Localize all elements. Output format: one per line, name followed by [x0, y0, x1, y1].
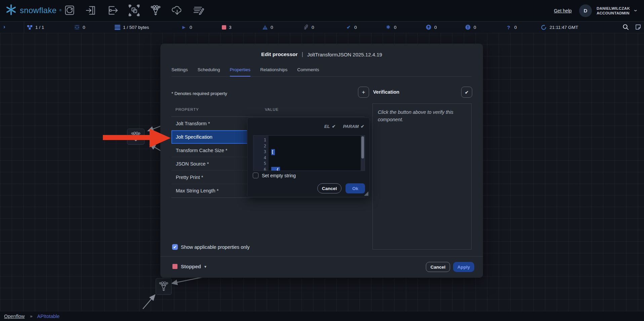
add-property-button[interactable]: + — [358, 87, 369, 98]
line-number: 5 — [253, 161, 266, 167]
tab-properties[interactable]: Properties — [230, 67, 251, 76]
queued-count: 1 / 507 bytes — [123, 25, 149, 30]
dialog-apply-button[interactable]: Apply — [453, 262, 474, 272]
username: DANIELWILCZAK — [597, 6, 630, 11]
funnel-icon[interactable] — [149, 4, 162, 17]
locally-modified-icon: ✱ — [385, 24, 391, 30]
dialog-tabs: Settings Scheduling Properties Relations… — [171, 67, 472, 77]
param-label: PARAM — [343, 124, 359, 129]
active-threads-count: 0 — [83, 25, 85, 30]
status-separator — [24, 21, 24, 33]
parameter-cloud-icon[interactable] — [170, 4, 184, 17]
processor-version: JoltTransformJSON 2025.12.4.19 — [307, 52, 382, 57]
status-running: ▶ 0 — [181, 21, 192, 33]
set-empty-string-checkbox[interactable] — [253, 173, 258, 178]
openflow-app: snowflake ® — [0, 0, 644, 321]
funnel-component[interactable] — [156, 278, 172, 295]
account-names: DANIELWILCZAK ACCOUNTADMIN — [597, 6, 630, 15]
input-port-icon[interactable] — [84, 4, 98, 17]
snowflake-logo: snowflake ® — [5, 4, 62, 17]
status-queued: 1 / 507 bytes — [114, 21, 149, 33]
stopped-status-label: Stopped — [181, 264, 201, 269]
unknown-version-icon: ? — [506, 24, 512, 30]
line-number: 4 — [253, 155, 266, 161]
unknown-version-count: 0 — [514, 25, 517, 30]
editor-cancel-button[interactable]: Cancel — [317, 183, 341, 193]
status-sync-failure: 0 — [465, 21, 476, 33]
component-toolbar — [63, 4, 205, 17]
stopped-status-icon — [172, 264, 177, 269]
editor-scrollbar[interactable] — [361, 136, 365, 171]
tab-scheduling[interactable]: Scheduling — [198, 67, 220, 76]
active-threads-icon — [74, 24, 80, 30]
refresh-icon[interactable] — [540, 24, 547, 30]
funnel-component[interactable] — [127, 129, 145, 145]
status-invalid: 0 — [262, 21, 273, 33]
editor-ok-button[interactable]: Ok — [346, 183, 365, 193]
verification-title: Verification — [373, 89, 399, 95]
breadcrumb: Openflow » APItotable — [0, 311, 644, 321]
locally-modified-count: 0 — [394, 25, 397, 30]
top-header-bar: snowflake ® — [0, 0, 644, 21]
account-area: Get help D DANIELWILCZAK ACCOUNTADMIN › — [554, 0, 637, 21]
note-icon[interactable] — [635, 24, 641, 31]
dialog-cancel-button[interactable]: Cancel — [426, 262, 450, 272]
stale-count: 0 — [434, 25, 437, 30]
processor-icon[interactable] — [63, 4, 76, 17]
queued-icon — [114, 24, 120, 30]
funnel-icon — [130, 131, 142, 143]
value-column-header: VALUE — [265, 107, 279, 111]
show-applicable-label[interactable]: Show applicable properties only — [181, 244, 250, 250]
output-port-icon[interactable] — [106, 4, 119, 17]
breadcrumb-root-link[interactable]: Openflow — [4, 314, 25, 319]
tab-comments[interactable]: Comments — [297, 67, 319, 76]
sync-failure-icon — [465, 24, 471, 30]
flow-status-bar: › 1 / 1 0 1 / 507 bytes ▶ 0 3 — [0, 21, 644, 33]
process-group-icon[interactable] — [127, 4, 141, 17]
line-number: 2 — [253, 143, 266, 149]
code-line: [ — [271, 149, 275, 155]
status-up-to-date: ✔ 0 — [346, 21, 357, 33]
code-content[interactable]: [ { "operation": "shift", "spec": { "@":… — [269, 136, 361, 171]
status-stale: 0 — [426, 21, 437, 33]
snowflake-icon — [5, 4, 17, 17]
expand-chevron-icon[interactable]: › — [3, 24, 5, 30]
code-editor[interactable]: 1 2 3 4 5 6 [ { "operation": "shift", "s… — [253, 135, 365, 171]
avatar[interactable]: D — [579, 4, 592, 17]
set-empty-string-label[interactable]: Set empty string — [262, 173, 296, 178]
stopped-icon — [222, 25, 226, 30]
status-unknown-version: ? 0 — [506, 21, 517, 33]
search-icon[interactable] — [622, 24, 629, 32]
property-column-header: PROPERTY — [175, 107, 199, 111]
breadcrumb-current-link[interactable]: APItotable — [37, 314, 60, 319]
run-status-dropdown[interactable]: Stopped ▾ — [172, 264, 206, 269]
get-help-link[interactable]: Get help — [554, 8, 572, 13]
dialog-title: Edit processor — [261, 51, 298, 57]
sync-failure-count: 0 — [474, 25, 476, 30]
up-to-date-count: 0 — [354, 25, 357, 30]
role: ACCOUNTADMIN — [597, 11, 630, 15]
refresh-time: 21:11:47 GMT — [550, 25, 578, 30]
up-to-date-icon: ✔ — [346, 24, 352, 30]
label-icon[interactable] — [192, 4, 205, 17]
show-applicable-checkbox[interactable]: ✔ — [172, 244, 178, 250]
line-number: 3 — [253, 149, 266, 155]
line-number: 6 — [253, 167, 266, 171]
resize-handle[interactable] — [364, 191, 368, 196]
invalid-count: 0 — [271, 25, 273, 30]
required-property-note: * Denotes required property — [171, 91, 227, 96]
line-number-gutter: 1 2 3 4 5 6 — [253, 136, 269, 171]
value-editor-popup: EL✔ PARAM✔ 1 2 3 4 5 6 [ { — [247, 118, 370, 197]
account-chevron-down-icon[interactable]: › — [632, 10, 639, 12]
cluster-icon — [27, 24, 33, 30]
running-count: 0 — [190, 25, 192, 30]
el-flag: EL✔ — [324, 124, 336, 129]
scrollbar-thumb[interactable] — [361, 136, 364, 158]
show-applicable-row: ✔ Show applicable properties only — [172, 244, 250, 250]
verify-button[interactable]: ✔ — [461, 87, 472, 98]
edit-processor-dialog: Edit processor | JoltTransformJSON 2025.… — [160, 44, 483, 278]
tab-relationships[interactable]: Relationships — [260, 67, 287, 76]
status-disabled: 0 — [303, 21, 314, 33]
editor-flags: EL✔ PARAM✔ — [324, 124, 364, 129]
tab-settings[interactable]: Settings — [171, 67, 188, 76]
